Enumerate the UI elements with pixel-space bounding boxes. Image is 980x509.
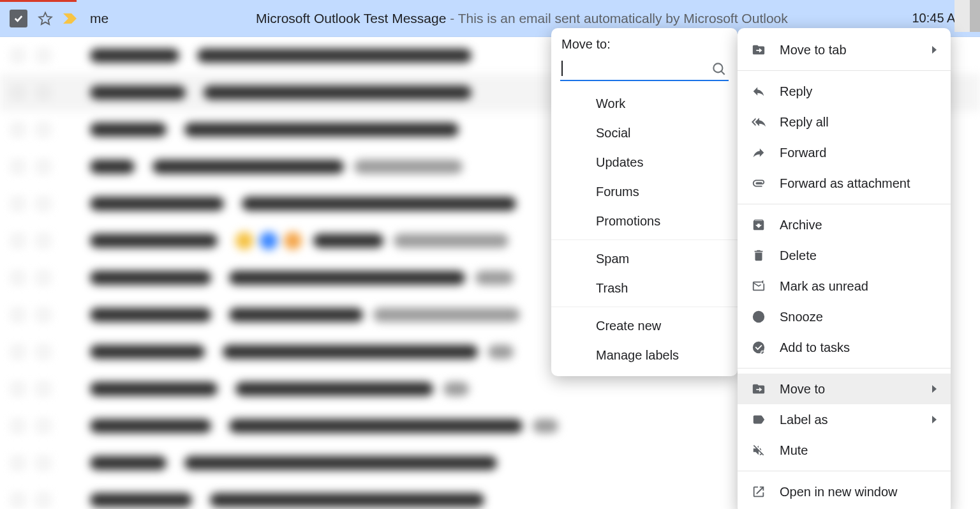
- scrollbar-gutter: [970, 0, 980, 32]
- reply-all-icon: [752, 115, 766, 129]
- subject-text: Microsoft Outlook Test Message: [256, 11, 446, 26]
- svg-marker-0: [39, 12, 52, 24]
- subject-separator: -: [446, 11, 457, 26]
- attachment-icon: [752, 176, 766, 190]
- moveto-item-manage-labels[interactable]: Manage labels: [551, 340, 738, 370]
- moveto-item-spam[interactable]: Spam: [551, 244, 738, 273]
- move-to-search-input[interactable]: [560, 58, 729, 81]
- sender-name: me: [90, 11, 256, 26]
- menu-divider: [738, 204, 951, 204]
- importance-icon: [63, 12, 79, 25]
- menu-item-label: Archive: [780, 218, 937, 232]
- star-outline-icon: [38, 11, 53, 26]
- menu-item-open-in-new-window[interactable]: Open in new window: [738, 476, 951, 507]
- menu-item-mark-as-unread[interactable]: Mark as unread: [738, 271, 951, 301]
- submenu-arrow-icon: [932, 385, 937, 393]
- menu-item-archive[interactable]: Archive: [738, 209, 951, 240]
- moveto-item-promotions[interactable]: Promotions: [551, 206, 738, 236]
- moveto-item-trash[interactable]: Trash: [551, 273, 738, 303]
- menu-item-label: Reply all: [780, 115, 937, 130]
- forward-icon: [752, 146, 766, 160]
- svg-point-1: [713, 63, 722, 72]
- submenu-arrow-icon: [932, 416, 937, 423]
- menu-divider: [738, 70, 951, 71]
- menu-item-label: Mark as unread: [780, 279, 937, 294]
- menu-item-reply-all[interactable]: Reply all: [738, 107, 951, 137]
- folder-arrow-icon: [752, 382, 766, 396]
- reply-icon: [752, 84, 766, 98]
- menu-item-label: Mute: [780, 443, 937, 458]
- archive-icon: [752, 218, 766, 232]
- menu-item-forward-as-attachment[interactable]: Forward as attachment: [738, 168, 951, 199]
- menu-item-add-to-tasks[interactable]: Add to tasks: [738, 332, 951, 363]
- loading-bar: [0, 0, 77, 2]
- open-new-icon: [752, 485, 766, 499]
- moveto-item-social[interactable]: Social: [551, 118, 738, 148]
- delete-icon: [752, 248, 766, 262]
- menu-item-label: Label as: [780, 413, 918, 427]
- svg-line-2: [721, 71, 724, 74]
- snooze-icon: [752, 310, 766, 324]
- menu-item-move-to[interactable]: Move to: [738, 374, 951, 404]
- moveto-item-create-new[interactable]: Create new: [551, 311, 738, 340]
- mute-icon: [752, 443, 766, 457]
- menu-item-forward[interactable]: Forward: [738, 137, 951, 168]
- menu-item-reply[interactable]: Reply: [738, 76, 951, 107]
- context-menu: Move to tabReplyReply allForwardForward …: [738, 28, 951, 509]
- menu-item-label: Move to: [780, 382, 918, 397]
- subject-cell: Microsoft Outlook Test Message - This is…: [256, 11, 903, 26]
- scrollbar-gutter-inner: [954, 0, 970, 32]
- menu-item-label: Move to tab: [780, 43, 918, 57]
- folder-arrow-icon: [752, 43, 766, 57]
- move-to-search-wrap: [560, 58, 729, 81]
- moveto-divider: [551, 307, 738, 307]
- mark-unread-icon: [752, 279, 766, 293]
- menu-item-label: Delete: [780, 248, 937, 263]
- search-icon: [711, 61, 727, 77]
- menu-item-move-to-tab[interactable]: Move to tab: [738, 34, 951, 65]
- menu-item-label-as[interactable]: Label as: [738, 404, 951, 435]
- moveto-item-forums[interactable]: Forums: [551, 177, 738, 206]
- submenu-arrow-icon: [932, 46, 937, 54]
- add-task-icon: [752, 340, 766, 354]
- menu-divider: [738, 368, 951, 368]
- importance-marker[interactable]: [62, 12, 80, 25]
- text-caret: [561, 61, 563, 76]
- menu-divider: [738, 471, 951, 471]
- menu-item-label: Open in new window: [780, 485, 937, 499]
- menu-item-label: Reply: [780, 84, 937, 99]
- menu-item-label: Forward as attachment: [780, 176, 937, 191]
- menu-item-mute[interactable]: Mute: [738, 435, 951, 466]
- moveto-divider: [551, 239, 738, 240]
- row-checkbox[interactable]: [10, 10, 27, 27]
- menu-item-snooze[interactable]: Snooze: [738, 301, 951, 332]
- label-icon: [752, 413, 766, 427]
- preview-text: This is an email sent automatically by M…: [458, 11, 788, 26]
- menu-item-label: Forward: [780, 146, 937, 160]
- menu-item-delete[interactable]: Delete: [738, 240, 951, 271]
- check-icon: [13, 13, 24, 24]
- menu-item-label: Snooze: [780, 310, 937, 324]
- moveto-item-work[interactable]: Work: [551, 89, 738, 118]
- star-toggle[interactable]: [36, 11, 54, 26]
- move-to-title: Move to:: [551, 37, 738, 56]
- moveto-item-updates[interactable]: Updates: [551, 148, 738, 177]
- menu-item-label: Add to tasks: [780, 340, 937, 355]
- move-to-submenu: Move to: WorkSocialUpdatesForumsPromotio…: [551, 28, 738, 376]
